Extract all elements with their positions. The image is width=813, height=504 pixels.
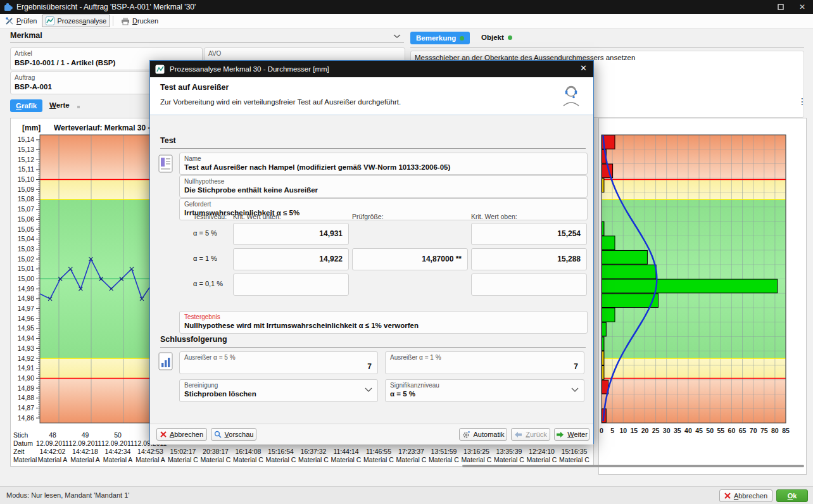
y-tick-label: 14,92 — [18, 355, 34, 362]
test-section-divider — [160, 148, 586, 149]
y-tick-label: 15,14 — [18, 135, 34, 143]
auftrag-label: Auftrag — [15, 74, 35, 81]
remark-divider — [410, 47, 804, 47]
histogram-bar — [602, 222, 604, 236]
bereinigung-dropdown[interactable]: Bereinigung Stichproben löschen — [179, 379, 378, 402]
y-tick-label: 14,91 — [18, 364, 34, 372]
nullhypothese-field: Nullhypothese Die Stichprobe enthält kei… — [179, 175, 588, 198]
test-section-title: Test — [160, 136, 176, 145]
tab-bemerkung[interactable]: Bemerkung — [410, 32, 470, 44]
pruefgroesse-header: Prüfgröße: — [352, 213, 384, 220]
y-tick-label: 15,00 — [18, 275, 34, 282]
histogram-bar — [602, 251, 648, 265]
y-tick-label: 14,86 — [18, 414, 34, 422]
main-window: Ergebnisübersicht - Auftrag 'BSP-A-001' … — [0, 0, 813, 504]
alpha5-upper-field: 15,254 — [471, 223, 587, 245]
alpha1-lower-field: 14,922 — [233, 248, 349, 270]
dialog-cancel-button[interactable]: Abbrechen — [156, 428, 207, 441]
material-cell: Material C — [554, 456, 594, 463]
gefordert-label: Gefordert — [184, 201, 211, 208]
tab-grafik[interactable]: Grafik — [10, 99, 42, 112]
y-tick-label: 14,90 — [18, 374, 34, 382]
chart-icon — [46, 16, 54, 25]
prozessanalyse-label: Prozessanalyse — [57, 17, 106, 25]
zurueck-button[interactable]: Zurück — [511, 428, 550, 441]
y-tick-label: 14,94 — [18, 334, 34, 342]
ausreisser5-value: 7 — [367, 362, 372, 371]
conclusion-section-title: Schlussfolgerung — [160, 335, 227, 344]
row-label: Datum — [13, 439, 33, 447]
drag-handle-dot — [77, 106, 80, 108]
window-title: Ergebnisübersicht - Auftrag 'BSP-A-001' … — [16, 3, 196, 11]
alpha01-upper-field — [471, 274, 587, 296]
conclusion-divider — [160, 347, 586, 348]
y-tick-label: 15,06 — [18, 215, 34, 223]
dialog-chart-icon — [155, 65, 165, 74]
x-tick-label: 50 — [706, 427, 714, 434]
weiter-button[interactable]: Weiter — [554, 428, 589, 441]
test-document-icon — [158, 154, 173, 173]
prozessanalyse-button[interactable]: Prozessanalyse — [42, 15, 110, 27]
signifikanzniveau-dropdown[interactable]: Signifikanzniveau α = 5 % — [385, 379, 584, 402]
artikel-value: BSP-10-001 / 1 - Artikel (BSP) — [15, 59, 115, 66]
x-tick-label: 20 — [641, 427, 649, 434]
y-tick-label: 15,11 — [18, 165, 35, 173]
main-cancel-button[interactable]: Abbrechen — [719, 489, 772, 502]
x-tick-label: 30 — [663, 427, 671, 434]
dialog-title: Prozessanalyse Merkmal 30 - Durchmesser … — [170, 65, 329, 73]
toolbar-separator — [113, 16, 113, 26]
tab-werte[interactable]: Werte — [49, 101, 70, 109]
dialog-description: Zur Vorbereitung wird ein verteilungsfre… — [160, 98, 401, 106]
alpha1-label: α = 1 % — [193, 255, 217, 262]
maximize-button[interactable] — [770, 0, 791, 14]
bemerkung-status-dot — [460, 36, 464, 41]
y-tick-label: 14,97 — [18, 305, 34, 312]
signifikanzniveau-label: Signifikanzniveau — [390, 382, 439, 389]
objekt-label: Objekt — [481, 34, 504, 41]
y-tick-label: 14,88 — [18, 394, 34, 401]
x-tick-label: 25 — [652, 427, 660, 434]
histogram-card: 0510152025303540455055606570758085 — [598, 118, 807, 475]
y-tick-label: 15,10 — [18, 175, 34, 183]
y-tick-label: 14,93 — [18, 344, 34, 352]
status-text: Modus: Nur lesen, Mandant 'Mandant 1' — [6, 491, 129, 499]
more-menu-icon[interactable]: ⋮ — [798, 99, 807, 104]
x-tick-label: 85 — [782, 427, 790, 434]
pruefen-button[interactable]: Prüfen — [2, 15, 40, 27]
pruefen-label: Prüfen — [16, 17, 37, 25]
alpha1-upper-value: 15,288 — [557, 255, 581, 263]
ausreisser1-field: Ausreißer α = 1 % 7 — [385, 351, 584, 374]
ausreisser1-value: 7 — [574, 362, 578, 371]
y-tick-label: 15,01 — [18, 265, 34, 272]
drucken-button[interactable]: Drucken — [118, 16, 161, 27]
y-tick-label: 15,07 — [18, 205, 34, 213]
y-tick-label: 14,89 — [18, 384, 34, 392]
bereinigung-value: Stichproben löschen — [184, 390, 256, 398]
alpha1-lower-value: 14,922 — [319, 255, 343, 263]
zeit-cell: 15:16:35 — [554, 448, 594, 455]
y-tick-label: 15,12 — [18, 156, 34, 163]
automatik-button[interactable]: Automatik — [459, 428, 507, 441]
dialog-heading: Test auf Ausreißer — [160, 83, 229, 92]
horizontal-scrollbar[interactable] — [462, 465, 804, 467]
test-name-label: Name — [184, 155, 201, 162]
dialog-titlebar: Prozessanalyse Merkmal 30 - Durchmesser … — [150, 61, 593, 77]
ok-label: Ok — [788, 492, 797, 500]
red-x-icon — [160, 431, 167, 438]
dialog-close-icon[interactable]: ✕ — [580, 63, 587, 73]
tab-objekt[interactable]: Objekt — [481, 34, 512, 41]
gear-icon — [462, 431, 470, 439]
conclusion-chart-doc-icon — [158, 352, 173, 371]
collapse-chevron-icon[interactable] — [393, 34, 401, 39]
y-tick-label: 15,05 — [18, 225, 34, 233]
alpha5-lower-field: 14,931 — [233, 223, 349, 245]
chevron-down-icon — [365, 387, 372, 393]
avo-label: AVO — [208, 50, 221, 57]
close-button[interactable]: ✕ — [791, 0, 813, 14]
vorschau-button[interactable]: Vorschau — [211, 428, 256, 441]
arrow-left-icon — [514, 431, 522, 438]
test-name-field: Name Test auf Ausreißer nach Hampel (mod… — [179, 153, 588, 175]
ok-button[interactable]: Ok — [776, 489, 808, 502]
werte-label: Werte — [49, 101, 70, 109]
ausreisser5-label: Ausreißer α = 5 % — [184, 354, 236, 361]
